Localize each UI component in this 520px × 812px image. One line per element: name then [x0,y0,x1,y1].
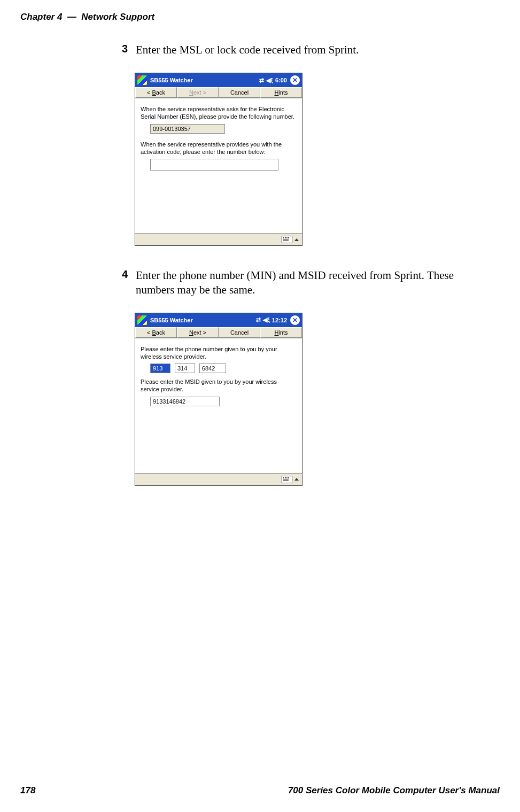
toolbar: < Back Next > Cancel Hints [135,327,302,338]
page-number: 178 [20,785,35,796]
app-title: SB555 Watcher [150,77,193,83]
step-4: 4 Enter the phone number (MIN) and MSID … [122,268,496,297]
screen-body: When the service representative asks for… [135,98,302,233]
msid-instruction: Please enter the MSID given to you by yo… [141,378,297,393]
screen-body: Please enter the phone number given to y… [135,338,302,473]
phone-instruction: Please enter the phone number given to y… [141,346,297,361]
hints-button[interactable]: Hints [260,87,302,98]
step-text: Enter the phone number (MIN) and MSID re… [136,268,488,297]
cancel-button[interactable]: Cancel [219,87,260,98]
page-header: Chapter 4 — Network Support [20,12,500,22]
connection-icon: ⇄ [259,77,264,84]
manual-title: 700 Series Color Mobile Computer User's … [288,785,500,796]
keyboard-icon[interactable] [282,476,292,483]
step-3: 3 Enter the MSL or lock code received fr… [122,43,496,57]
title-bar: SB555 Watcher ⇄ ◀ξ 12:12 ✕ [135,313,302,327]
sound-icon: ◀ξ [266,77,273,84]
activation-code-input[interactable] [150,159,278,171]
start-icon[interactable] [137,75,147,85]
device-screenshot-phone: SB555 Watcher ⇄ ◀ξ 12:12 ✕ < Back Next >… [135,313,302,486]
bottom-bar [135,233,302,245]
next-button: Next > [177,87,219,98]
phone-area-input[interactable]: 913 [150,364,170,373]
status-icons: ⇄ ◀ξ 12:12 [256,316,287,323]
cancel-button[interactable]: Cancel [219,327,260,338]
chapter-title: Network Support [81,12,154,22]
back-button[interactable]: < Back [135,87,177,98]
bottom-bar [135,473,302,485]
clock: 12:12 [272,317,287,323]
device-screenshot-esn: SB555 Watcher ⇄ ◀ξ 6:00 ✕ < Back Next > … [135,73,302,246]
up-arrow-icon[interactable] [294,238,299,241]
hints-button[interactable]: Hints [260,327,302,338]
close-icon[interactable]: ✕ [290,75,300,85]
back-button[interactable]: < Back [135,327,177,338]
app-title: SB555 Watcher [150,317,193,323]
chapter-number: Chapter 4 [20,12,62,22]
step-number: 3 [122,43,134,55]
clock: 6:00 [275,77,287,83]
next-button[interactable]: Next > [177,327,219,338]
content-area: 3 Enter the MSL or lock code received fr… [122,43,496,508]
close-icon[interactable]: ✕ [290,315,300,325]
toolbar: < Back Next > Cancel Hints [135,87,302,98]
step-number: 4 [122,268,134,281]
phone-line-input[interactable]: 6842 [199,364,226,373]
up-arrow-icon[interactable] [294,478,299,481]
esn-field: 099-00130357 [150,124,225,134]
esn-instruction: When the service representative asks for… [141,106,297,121]
status-icons: ⇄ ◀ξ 6:00 [259,77,287,84]
step-text: Enter the MSL or lock code received from… [136,43,488,57]
keyboard-icon[interactable] [282,236,292,243]
phone-prefix-input[interactable]: 314 [175,364,195,373]
page-footer: 178 700 Series Color Mobile Computer Use… [20,785,500,796]
msid-input[interactable]: 9133146842 [150,397,220,406]
phone-inputs: 913 314 6842 [150,364,297,373]
activation-instruction: When the service representative provides… [141,141,297,156]
start-icon[interactable] [137,315,147,325]
connection-icon: ⇄ [256,316,261,323]
separator: — [67,12,76,22]
sound-icon: ◀ξ [263,316,270,323]
title-bar: SB555 Watcher ⇄ ◀ξ 6:00 ✕ [135,73,302,87]
